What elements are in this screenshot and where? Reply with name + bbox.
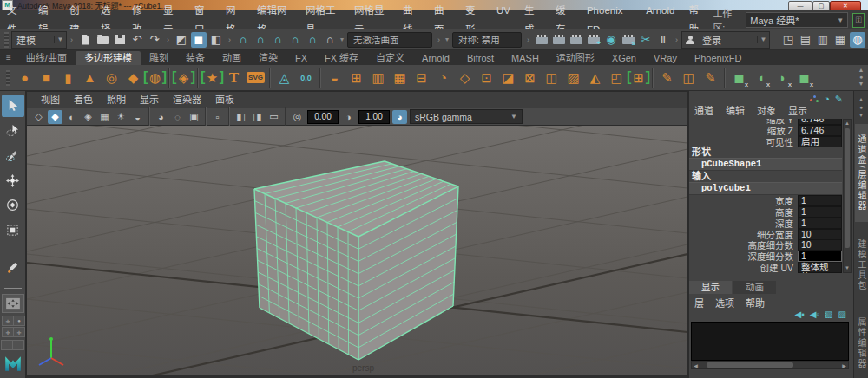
snap-view-plane-icon[interactable]: ∩: [305, 32, 320, 48]
layout-two-pane-button[interactable]: [1, 340, 24, 350]
shelf-scroll-control[interactable]: ▲●▼: [856, 67, 866, 88]
panel-menu-照明[interactable]: 照明: [100, 92, 133, 108]
wedge-icon[interactable]: ◭: [584, 67, 606, 89]
channel-box-scrollbar[interactable]: ▲ ▼: [843, 119, 852, 273]
scroll-up-icon[interactable]: ▲: [844, 120, 851, 127]
shelf-menu-icon[interactable]: ≡: [0, 51, 17, 65]
sidebar-spinner[interactable]: ▲●▼: [854, 91, 868, 119]
snap-curve-icon[interactable]: ∩: [253, 32, 268, 48]
svg-tool-icon[interactable]: SVG: [245, 67, 266, 89]
delete-history-icon[interactable]: ◼: [793, 67, 815, 89]
separate-icon[interactable]: ⊞: [345, 67, 367, 89]
layer-list-hscrollbar[interactable]: ◀ ▶: [691, 361, 849, 369]
exposure-icon[interactable]: ◎: [290, 110, 305, 124]
render-view-icon[interactable]: [534, 32, 549, 48]
shelf-grip[interactable]: [6, 70, 10, 86]
construction-plane-icon[interactable]: ◬: [273, 67, 295, 89]
pane-split-icon[interactable]: ◨: [250, 110, 265, 124]
sidebar-spinner-icon[interactable]: ●: [859, 103, 863, 111]
panel-highlight-icon[interactable]: ◍: [850, 32, 865, 48]
shelf-tab-VRay[interactable]: VRay: [645, 51, 686, 65]
panel-menu-视图[interactable]: 视图: [34, 92, 67, 108]
anti-alias-icon[interactable]: ▣: [187, 110, 201, 124]
poly-platonic-icon[interactable]: ◈[]: [173, 67, 194, 89]
shelf-tab-渲染[interactable]: 渲染: [250, 51, 286, 65]
new-empty-layer-icon[interactable]: ▧: [825, 310, 832, 319]
checker-icon[interactable]: ▦: [97, 110, 112, 124]
conform-icon[interactable]: ▥: [367, 67, 389, 89]
render-settings-icon[interactable]: [621, 32, 636, 48]
group-collapse-icon[interactable]: ›: [675, 36, 678, 44]
shelf-tab-曲线/曲面[interactable]: 曲线/曲面: [17, 51, 76, 65]
panel-menu-着色[interactable]: 着色: [67, 92, 100, 108]
multi-cut-icon[interactable]: ✎: [656, 67, 678, 89]
layer-list[interactable]: [691, 322, 849, 361]
viewport-canvas[interactable]: persp: [27, 126, 687, 375]
layer-move-up-icon[interactable]: ◀▫: [810, 310, 819, 319]
save-scene-icon[interactable]: [112, 32, 128, 48]
layout-preset-button-4[interactable]: ✛: [13, 327, 25, 337]
triangulate-icon[interactable]: ◇: [454, 67, 476, 89]
poly-cylinder-icon[interactable]: ▮: [57, 67, 79, 89]
insert-edge-loop-icon[interactable]: ◫: [678, 67, 700, 89]
gamma-icon[interactable]: ◑: [341, 110, 356, 124]
channel-attr-value[interactable]: 1: [798, 206, 842, 218]
scroll-left-icon[interactable]: ◀: [692, 362, 700, 368]
wireframe-icon[interactable]: ◇: [31, 110, 46, 124]
shelf-tab-动画[interactable]: 动画: [214, 51, 250, 65]
channel-attr-value[interactable]: 1: [798, 251, 842, 262]
wire-on-shaded-icon[interactable]: ◈: [81, 110, 95, 124]
scissors-icon[interactable]: ✂: [638, 32, 654, 48]
shelf-tab-运动图形[interactable]: 运动图形: [548, 51, 603, 65]
poly-sphere-icon[interactable]: ●: [14, 67, 36, 89]
delete-face-icon[interactable]: ◗: [772, 67, 793, 89]
open-scene-icon[interactable]: [95, 32, 110, 48]
select-object-icon[interactable]: ◼: [191, 32, 207, 48]
sidebar-tab-属性编辑器[interactable]: 属性编辑器: [855, 309, 868, 378]
select-component-icon[interactable]: ◧: [208, 32, 224, 48]
shelf-tab-自定义[interactable]: 自定义: [367, 51, 413, 65]
shadows-icon[interactable]: ◒: [130, 110, 145, 124]
panel-menu-显示[interactable]: 显示: [133, 92, 166, 108]
origin-locator-icon[interactable]: 0,0: [295, 67, 317, 89]
render-sequence-icon[interactable]: [569, 32, 584, 48]
exposure-field[interactable]: 0.00: [307, 110, 339, 124]
motion-blur-icon[interactable]: ◌: [170, 110, 185, 124]
viewport-panel[interactable]: 视图着色照明显示渲染器面板 ◇◆◐◈▦☀◒◕◌▣▫◧◨▭◎0.00◑1.00◕s…: [26, 91, 688, 378]
fill-hole-icon[interactable]: ▦: [389, 67, 411, 89]
snap-center-icon[interactable]: ∩: [287, 32, 303, 48]
shelf-tab-FX[interactable]: FX: [286, 51, 316, 65]
poly-cube-icon[interactable]: ■: [36, 67, 57, 89]
login-dropdown[interactable]: 登录▼: [681, 31, 770, 49]
rotate-tool[interactable]: [2, 194, 24, 217]
sidebar-spinner-icon[interactable]: ▼: [858, 111, 865, 119]
shelf-tab-Bifrost[interactable]: Bifrost: [458, 51, 503, 65]
shelf-scroll-arrow-icon[interactable]: ▼: [858, 81, 865, 88]
shelf-scroll-arrow-icon[interactable]: ▲: [858, 67, 865, 74]
layer-menu-帮助[interactable]: 帮助: [746, 296, 765, 310]
graph-pencil-icon[interactable]: ✎: [835, 94, 843, 105]
channel-box-menu-对象[interactable]: 对象: [757, 103, 776, 117]
channel-node-name[interactable]: polyCube1: [689, 182, 842, 195]
move-tool[interactable]: [2, 169, 24, 192]
layer-editor-tab-动画[interactable]: 动画: [733, 281, 776, 294]
mirror-icon[interactable]: ◪: [497, 67, 519, 89]
group-collapse-icon[interactable]: ›: [228, 36, 231, 44]
poly-plane-icon[interactable]: ◆: [122, 67, 144, 89]
make-live-icon[interactable]: ∩: [322, 32, 338, 48]
group-collapse-icon[interactable]: ›: [70, 36, 73, 44]
scroll-right-icon[interactable]: ▶: [840, 362, 848, 368]
snap-grid-icon[interactable]: ∩: [235, 32, 251, 48]
smooth-shade-icon[interactable]: ◆: [48, 110, 62, 124]
panel-menu-渲染器[interactable]: 渲染器: [166, 92, 208, 108]
poly-text-icon[interactable]: T: [223, 67, 245, 89]
poly-disc-icon[interactable]: ◍[]: [144, 67, 166, 89]
poly-star-icon[interactable]: ★[]: [201, 67, 223, 89]
pane-maximize-icon[interactable]: ◧: [233, 110, 248, 124]
active-surface-field[interactable]: 无激活曲面: [347, 32, 432, 48]
scroll-down-icon[interactable]: ▼: [844, 264, 851, 272]
shelf-tab-Arnold[interactable]: Arnold: [413, 51, 458, 65]
gamma-field[interactable]: 1.00: [358, 110, 390, 124]
append-polygon-icon[interactable]: ▨: [562, 67, 584, 89]
delete-edge-icon[interactable]: ◼: [728, 67, 750, 89]
